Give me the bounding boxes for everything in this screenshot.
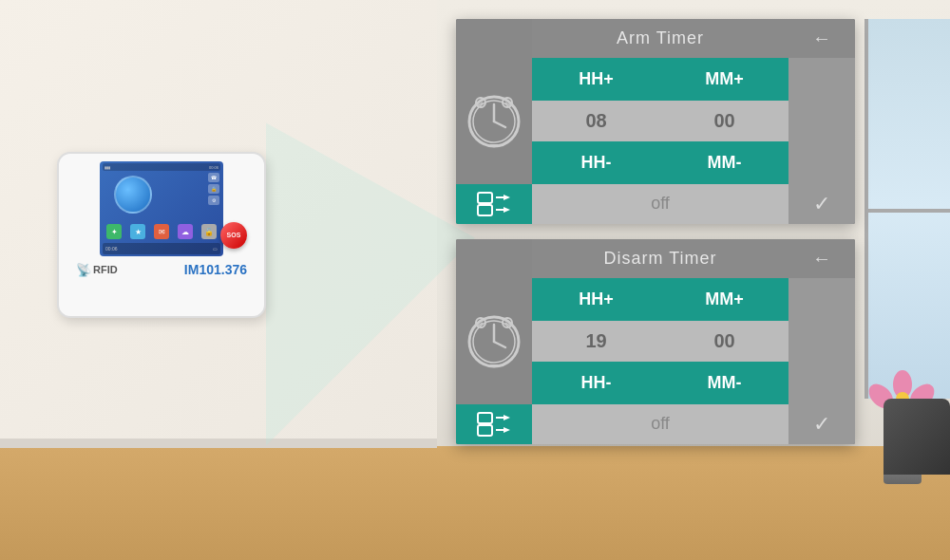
dark-decor-object (884, 399, 950, 475)
panels-container: Arm Timer ← HH+ (456, 19, 855, 444)
disarm-mm-plus-button[interactable]: MM+ (660, 278, 788, 321)
disarm-timer-grid: Disarm Timer ← HH+ MM+ (456, 239, 855, 444)
arm-mm-value: 00 (660, 101, 788, 141)
disarm-clock-cell (456, 278, 532, 404)
arm-clock-icon (466, 93, 522, 150)
arm-toggle-icon (477, 192, 511, 216)
arm-clock-cell (456, 58, 532, 184)
disarm-confirm-button[interactable]: ✓ (788, 404, 855, 444)
disarm-toggle-button[interactable] (456, 404, 532, 444)
svg-line-18 (494, 342, 505, 347)
device-bottom-bar: 📡 RFID IM101.376 (66, 256, 256, 277)
disarm-mm-minus-button[interactable]: MM- (660, 362, 788, 404)
rfid-text: RFID (93, 264, 118, 275)
rfid-icon: 📡 (76, 263, 91, 277)
screen-icon-bottom: ▭ (213, 246, 218, 252)
disarm-hh-minus-button[interactable]: HH- (532, 362, 660, 404)
svg-marker-28 (504, 415, 510, 420)
app-icon-2: ★ (130, 224, 145, 239)
screen-icon-row: ✦ ★ ✉ ☁ 🔓 (104, 224, 219, 239)
arm-timer-title: Arm Timer (532, 19, 788, 58)
disarm-timer-panel: Disarm Timer ← HH+ MM+ (456, 239, 855, 444)
svg-marker-13 (504, 195, 510, 200)
disarm-right-empty-2 (788, 321, 855, 362)
svg-line-3 (494, 121, 505, 127)
arm-right-empty-1 (788, 58, 855, 101)
screen-status-bar: ▮▮▮ 00:06 (103, 163, 220, 171)
disarm-toggle-icon (477, 412, 511, 437)
disarm-right-empty-1 (788, 278, 855, 321)
disarm-timer-title: Disarm Timer (532, 239, 788, 278)
app-icon-5: 🔓 (201, 224, 217, 239)
app-icon-4: ☁ (178, 224, 193, 239)
app-icon-1: ✦ (106, 224, 122, 239)
sos-label: SOS (227, 232, 241, 238)
signal-icon: ▮▮▮ (104, 165, 110, 170)
arm-hh-minus-button[interactable]: HH- (532, 141, 660, 184)
arm-mm-minus-button[interactable]: MM- (660, 141, 788, 184)
device-body: ▮▮▮ 00:06 ☎ 🔒 ⚙ ✦ ★ ✉ ☁ 🔓 00:06 ▭ SOS (57, 152, 266, 318)
phone-icon: ☎ (208, 173, 219, 182)
app-icon-3: ✉ (154, 224, 169, 239)
svg-rect-9 (478, 193, 492, 203)
disarm-confirm-icon: ✓ (813, 412, 830, 437)
arm-right-empty-2 (788, 101, 855, 141)
disarm-hh-plus-button[interactable]: HH+ (532, 278, 660, 321)
light-beam (266, 104, 475, 445)
arm-back-icon: ← (812, 28, 831, 49)
arm-confirm-icon: ✓ (813, 192, 830, 216)
arm-toggle-button[interactable] (456, 184, 532, 224)
brand-label: IM101.376 (184, 262, 247, 277)
disarm-top-left-cell (456, 239, 532, 278)
arm-timer-panel: Arm Timer ← HH+ (456, 19, 855, 224)
globe-icon (114, 176, 152, 214)
svg-marker-29 (504, 427, 510, 433)
arm-confirm-button[interactable]: ✓ (788, 184, 855, 224)
baseboard (0, 439, 437, 448)
arm-timer-grid: Arm Timer ← HH+ (456, 19, 855, 224)
arm-status-text: off (532, 184, 788, 224)
bottom-time: 00:06 (105, 246, 118, 252)
arm-top-left-cell (456, 19, 532, 58)
arm-back-button[interactable]: ← (788, 19, 855, 58)
security-device: ▮▮▮ 00:06 ☎ 🔒 ⚙ ✦ ★ ✉ ☁ 🔓 00:06 ▭ SOS (57, 152, 285, 332)
arm-hh-value: 08 (532, 101, 660, 141)
disarm-clock-icon (466, 313, 522, 370)
disarm-hh-value: 19 (532, 321, 660, 362)
arm-mm-plus-button[interactable]: MM+ (660, 58, 788, 101)
rfid-label: 📡 RFID (76, 263, 118, 277)
screen-apps: ☎ 🔒 ⚙ (208, 173, 219, 205)
disarm-mm-value: 00 (660, 321, 788, 362)
device-screen: ▮▮▮ 00:06 ☎ 🔒 ⚙ ✦ ★ ✉ ☁ 🔓 00:06 ▭ (100, 161, 223, 256)
disarm-back-button[interactable]: ← (788, 239, 855, 278)
screen-bottom-bar: 00:06 ▭ (103, 243, 220, 254)
lock-icon: 🔒 (208, 184, 219, 194)
settings-icon: ⚙ (208, 196, 219, 205)
window-frame-horizontal (868, 209, 950, 213)
svg-marker-14 (504, 207, 510, 213)
arm-right-empty-3 (788, 141, 855, 184)
svg-rect-10 (478, 205, 492, 215)
screen-time: 00:06 (209, 165, 218, 170)
floor (0, 446, 950, 560)
disarm-right-empty-3 (788, 362, 855, 404)
svg-rect-25 (478, 425, 492, 436)
arm-hh-plus-button[interactable]: HH+ (532, 58, 660, 101)
svg-rect-24 (478, 413, 492, 423)
window-right (864, 19, 950, 399)
disarm-status-text: off (532, 404, 788, 444)
disarm-back-icon: ← (812, 248, 831, 270)
sos-button[interactable]: SOS (220, 222, 247, 249)
